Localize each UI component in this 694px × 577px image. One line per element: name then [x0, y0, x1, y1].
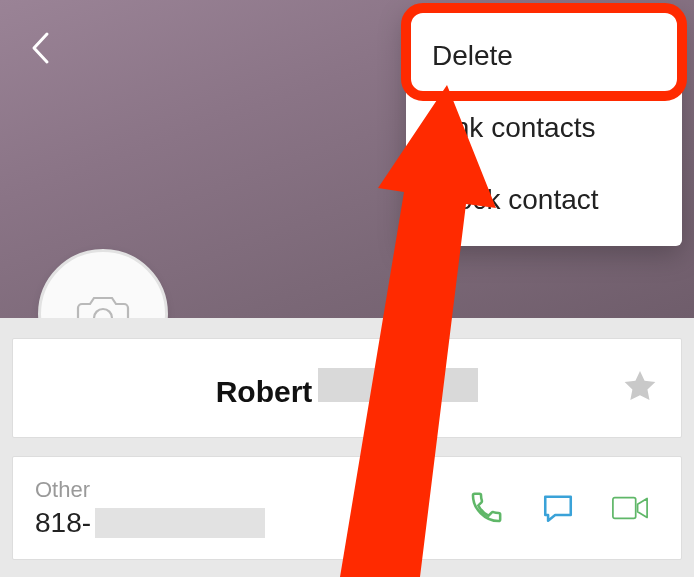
- chevron-left-icon: [29, 31, 51, 65]
- svg-rect-1: [613, 498, 636, 519]
- phone-card: Other 818-: [12, 456, 682, 560]
- name-card: Robert: [12, 338, 682, 438]
- menu-item-block-contact[interactable]: Block contact: [406, 164, 682, 236]
- message-button[interactable]: [539, 489, 577, 527]
- contact-name: Robert: [216, 368, 479, 409]
- phone-type-label: Other: [35, 477, 265, 503]
- phone-action-row: [467, 489, 649, 527]
- call-button[interactable]: [467, 489, 505, 527]
- content-area: Robert Other 818-: [0, 318, 694, 577]
- message-icon: [541, 491, 575, 525]
- phone-info: Other 818-: [35, 477, 265, 539]
- redaction-block: [318, 368, 478, 402]
- menu-item-link-contacts[interactable]: Link contacts: [406, 92, 682, 164]
- overflow-menu: Delete Link contacts Block contact: [406, 10, 682, 246]
- menu-item-delete[interactable]: Delete: [406, 20, 682, 92]
- contact-detail-screen: Delete Link contacts Block contact Rober…: [0, 0, 694, 577]
- video-icon: [611, 493, 649, 523]
- video-call-button[interactable]: [611, 489, 649, 527]
- phone-number-visible: 818-: [35, 507, 91, 539]
- phone-icon: [469, 491, 503, 525]
- redaction-block: [95, 508, 265, 538]
- back-button[interactable]: [20, 28, 60, 68]
- contact-name-visible: Robert: [216, 375, 313, 409]
- favorite-toggle[interactable]: [621, 367, 659, 409]
- star-icon: [621, 367, 659, 405]
